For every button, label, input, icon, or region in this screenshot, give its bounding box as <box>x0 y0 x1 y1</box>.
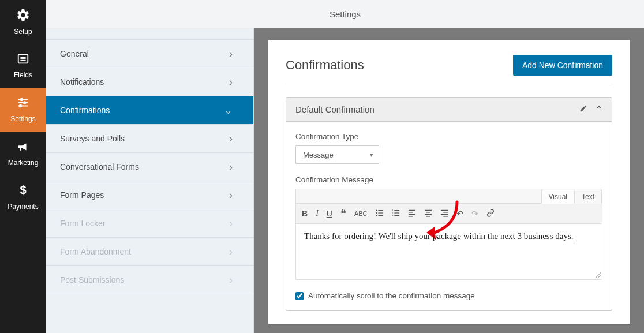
rich-text-editor: Visual Text B I U ❝ ABC <box>295 189 602 280</box>
autoscroll-checkbox-row[interactable]: Automatically scroll to the confirmation… <box>295 291 602 300</box>
sidebar-item-settings[interactable]: Settings <box>0 88 46 132</box>
svg-point-11 <box>376 209 377 211</box>
editor-toolbar: B I U ❝ ABC 123 <box>296 204 602 224</box>
submenu-item-post-submissions[interactable]: Post Submissions › <box>46 265 253 294</box>
svg-point-13 <box>376 212 377 213</box>
svg-rect-23 <box>408 209 415 210</box>
submenu-label: Notifications <box>60 77 104 87</box>
submenu-item-surveys[interactable]: Surveys and Polls › <box>46 124 253 153</box>
collapse-icon[interactable]: ⌃ <box>596 104 602 114</box>
sidebar: Setup Fields Settings Marketing $ Paymen… <box>0 0 46 333</box>
panel-title: Confirmations <box>286 58 364 73</box>
sidebar-label: Settings <box>10 115 35 123</box>
svg-point-7 <box>24 102 26 104</box>
chevron-right-icon: › <box>229 189 233 201</box>
chevron-right-icon: › <box>229 161 233 173</box>
svg-rect-22 <box>394 215 399 215</box>
sidebar-item-setup[interactable]: Setup <box>0 0 46 44</box>
align-left-icon[interactable] <box>408 209 416 219</box>
card-title: Default Confirmation <box>295 104 375 114</box>
number-list-icon[interactable]: 123 <box>392 209 400 219</box>
settings-submenu: General › Notifications › Confirmations … <box>46 28 254 333</box>
autoscroll-label: Automatically scroll to the confirmation… <box>308 291 475 300</box>
submenu-label: Post Submissions <box>60 275 124 285</box>
sidebar-label: Setup <box>14 28 32 36</box>
chevron-right-icon: › <box>229 218 233 230</box>
redo-icon[interactable]: ↷ <box>471 209 478 218</box>
sidebar-label: Marketing <box>8 159 39 167</box>
svg-rect-26 <box>408 216 413 216</box>
svg-text:$: $ <box>20 184 26 196</box>
submenu-label: General <box>60 49 89 58</box>
confirmations-panel: Confirmations Add New Confirmation Defau… <box>268 40 630 324</box>
svg-rect-28 <box>426 212 430 212</box>
sidebar-label: Payments <box>8 203 38 211</box>
quote-icon[interactable]: ❝ <box>340 207 346 220</box>
submenu-label: Surveys and Polls <box>60 134 125 143</box>
submenu-item-form-locker[interactable]: Form Locker › <box>46 209 253 238</box>
svg-rect-30 <box>426 216 430 216</box>
submenu-item-form-pages[interactable]: Form Pages › <box>46 181 253 209</box>
main-area: Settings General › Notifications › Confi… <box>46 0 644 333</box>
align-center-icon[interactable] <box>424 209 432 219</box>
svg-rect-31 <box>440 209 447 210</box>
svg-rect-12 <box>378 210 383 211</box>
strike-icon[interactable]: ABC <box>354 210 368 217</box>
chevron-down-icon: ⌄ <box>224 104 233 117</box>
bullhorn-icon <box>17 140 29 155</box>
italic-icon[interactable]: I <box>316 209 319 218</box>
svg-point-15 <box>376 215 377 216</box>
panel-header: Confirmations Add New Confirmation <box>286 55 612 84</box>
panel-area: Confirmations Add New Confirmation Defau… <box>254 28 644 333</box>
sidebar-item-payments[interactable]: $ Payments <box>0 175 46 219</box>
confirmation-message-label: Confirmation Message <box>295 175 602 184</box>
editor-content[interactable]: Thanks for ordering! We'll ship your pac… <box>296 224 602 279</box>
svg-rect-29 <box>424 214 431 214</box>
svg-rect-20 <box>394 212 399 213</box>
svg-rect-25 <box>408 214 415 214</box>
link-icon[interactable] <box>486 209 495 219</box>
svg-rect-32 <box>443 212 448 212</box>
topbar: Settings <box>46 0 644 28</box>
svg-point-9 <box>20 105 22 107</box>
autoscroll-checkbox[interactable] <box>295 292 304 300</box>
confirmation-type-label: Confirmation Type <box>295 132 602 141</box>
align-right-icon[interactable] <box>440 209 448 219</box>
add-confirmation-button[interactable]: Add New Confirmation <box>513 55 612 76</box>
bold-icon[interactable]: B <box>302 209 308 218</box>
chevron-right-icon: › <box>229 48 233 60</box>
svg-rect-16 <box>378 215 383 215</box>
submenu-item-notifications[interactable]: Notifications › <box>46 68 253 96</box>
svg-rect-33 <box>440 214 447 214</box>
bullet-list-icon[interactable] <box>376 209 384 219</box>
chevron-right-icon: › <box>229 133 233 145</box>
card-body: Confirmation Type Message Confirmation M… <box>286 122 612 310</box>
submenu-label: Form Abandonment <box>60 247 131 256</box>
submenu-item-confirmations[interactable]: Confirmations ⌄ <box>46 96 253 125</box>
list-icon <box>17 53 29 68</box>
svg-rect-14 <box>378 212 383 213</box>
sliders-icon <box>17 96 29 111</box>
page-title: Settings <box>330 9 361 19</box>
submenu-item-conversational[interactable]: Conversational Forms › <box>46 152 253 181</box>
svg-rect-34 <box>443 216 448 216</box>
gear-icon <box>16 8 30 24</box>
confirmation-type-select[interactable]: Message <box>295 145 379 164</box>
submenu-label: Confirmations <box>60 106 110 115</box>
chevron-right-icon: › <box>229 274 233 286</box>
editor-tab-visual[interactable]: Visual <box>541 190 575 204</box>
card-header[interactable]: Default Confirmation ⌃ <box>286 98 612 122</box>
editor-tab-text[interactable]: Text <box>574 190 602 204</box>
underline-icon[interactable]: U <box>327 209 332 218</box>
chevron-right-icon: › <box>229 76 233 88</box>
sidebar-item-marketing[interactable]: Marketing <box>0 132 46 175</box>
sidebar-label: Fields <box>14 71 32 79</box>
confirmation-message-field: Confirmation Message Visual Text B I <box>295 175 602 280</box>
undo-icon[interactable]: ↶ <box>456 209 463 218</box>
submenu-item-form-abandonment[interactable]: Form Abandonment › <box>46 237 253 266</box>
confirmation-card: Default Confirmation ⌃ Confirmation Type <box>286 97 612 311</box>
submenu-label: Conversational Forms <box>60 162 139 171</box>
sidebar-item-fields[interactable]: Fields <box>0 44 46 88</box>
edit-icon[interactable] <box>579 104 587 114</box>
submenu-item-general[interactable]: General › <box>46 39 253 68</box>
